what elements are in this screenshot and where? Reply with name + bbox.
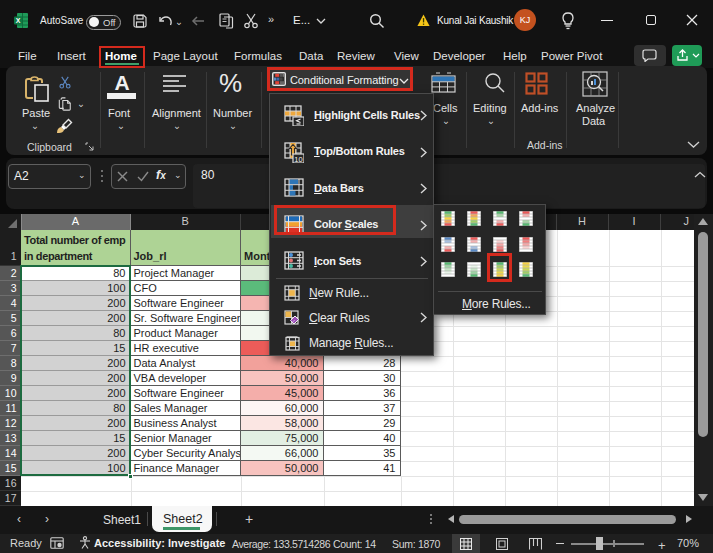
svg-text:10: 10 [294,154,302,162]
svg-text:X: X [16,17,21,24]
